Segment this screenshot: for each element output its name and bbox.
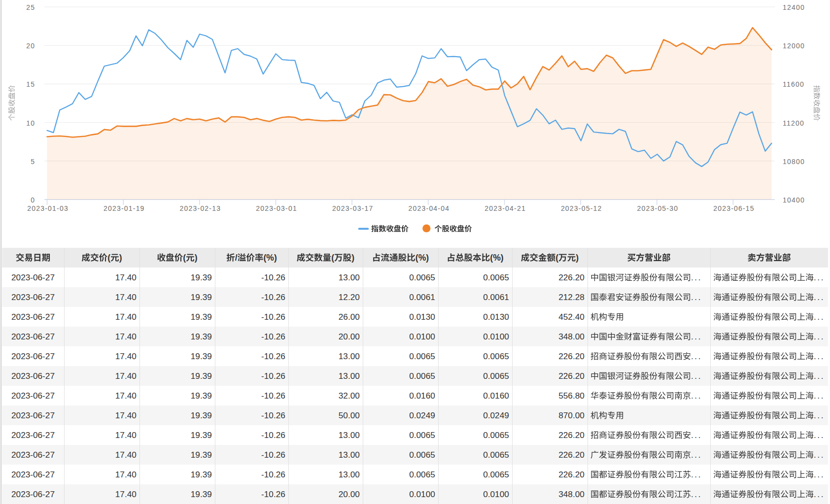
svg-text:12.20: 12.20 [339,292,360,302]
svg-text:19.39: 19.39 [191,489,212,499]
svg-text:2023-01-19: 2023-01-19 [104,204,145,212]
svg-text:...: ... [691,490,702,499]
svg-text:348.00: 348.00 [558,489,585,499]
svg-text:226.20: 226.20 [558,272,585,282]
svg-text:19.39: 19.39 [191,351,212,361]
svg-text:226.20: 226.20 [558,470,585,479]
svg-text:15: 15 [26,80,35,88]
svg-text:226.20: 226.20 [558,430,585,440]
svg-text:2023-03-01: 2023-03-01 [256,204,297,212]
svg-text:19.39: 19.39 [191,410,212,420]
svg-text:212.28: 212.28 [558,292,585,302]
svg-text:26.00: 26.00 [339,312,360,322]
svg-text:19.39: 19.39 [191,272,212,282]
svg-text:556.80: 556.80 [558,391,585,401]
svg-text:0.0065: 0.0065 [409,351,435,361]
svg-text:...: ... [814,332,825,341]
svg-text:2023-06-27: 2023-06-27 [11,391,55,401]
svg-text:-10.26: -10.26 [261,292,285,302]
svg-text:/: / [235,253,238,263]
svg-text:17.40: 17.40 [115,391,137,401]
svg-text:...: ... [814,411,825,420]
svg-text:2023-06-27: 2023-06-27 [11,351,55,361]
svg-text:17.40: 17.40 [115,470,137,479]
svg-text:2023-05-30: 2023-05-30 [637,204,679,212]
svg-text:17.40: 17.40 [115,332,137,341]
svg-text:...: ... [814,391,825,401]
svg-text:13.00: 13.00 [339,351,360,361]
svg-text:...: ... [814,470,825,479]
svg-text:0.0065: 0.0065 [409,450,435,460]
svg-text:17.40: 17.40 [115,430,137,440]
svg-text:19.39: 19.39 [191,332,212,341]
svg-text:-10.26: -10.26 [261,312,285,322]
svg-text:...: ... [814,450,825,460]
svg-text:2023-06-15: 2023-06-15 [713,204,755,212]
svg-text:-10.26: -10.26 [261,391,285,401]
svg-text:13.00: 13.00 [339,371,360,381]
svg-text:2023-06-27: 2023-06-27 [11,312,55,322]
svg-text:(: ( [555,253,558,263]
svg-text:17.40: 17.40 [115,489,137,499]
svg-text:452.40: 452.40 [558,312,585,322]
svg-text:17.40: 17.40 [115,371,137,381]
svg-text:2023-06-27: 2023-06-27 [11,489,55,499]
svg-text:13.00: 13.00 [339,272,360,282]
svg-text:0.0065: 0.0065 [483,351,509,361]
svg-text:...: ... [814,371,825,381]
svg-text:2023-04-04: 2023-04-04 [409,204,450,212]
svg-text:-10.26: -10.26 [261,470,285,479]
svg-text:10400: 10400 [783,196,805,204]
svg-text:2023-06-27: 2023-06-27 [11,430,55,440]
svg-text:2023-05-12: 2023-05-12 [561,204,602,212]
svg-text:17.40: 17.40 [115,351,137,361]
svg-text:2023-06-27: 2023-06-27 [11,332,55,341]
svg-text:870.00: 870.00 [558,410,585,420]
svg-text:2023-04-21: 2023-04-21 [484,204,526,212]
svg-text:2023-06-27: 2023-06-27 [11,470,55,479]
svg-text:...: ... [814,352,825,361]
svg-text:...: ... [814,312,825,322]
svg-text:0.0160: 0.0160 [483,391,509,401]
svg-text:): ) [119,253,122,263]
svg-text:348.00: 348.00 [558,332,585,341]
svg-text:19.39: 19.39 [191,391,212,401]
svg-text:(: ( [183,253,186,263]
svg-text:0.0061: 0.0061 [409,292,435,302]
svg-text:-10.26: -10.26 [261,430,285,440]
svg-text:19.39: 19.39 [191,450,212,460]
svg-text:0.0065: 0.0065 [483,430,509,440]
svg-text:...: ... [691,293,702,302]
svg-text:0: 0 [31,196,35,204]
svg-text:-10.26: -10.26 [261,332,285,341]
svg-text:(%): (%) [490,253,503,263]
svg-text:0.0065: 0.0065 [409,470,435,479]
svg-text:19.39: 19.39 [191,292,212,302]
svg-text:...: ... [691,371,702,381]
svg-text:2023-06-27: 2023-06-27 [11,371,55,381]
svg-text:...: ... [691,450,702,460]
svg-text:0.0130: 0.0130 [483,312,509,322]
svg-text:-10.26: -10.26 [261,489,285,499]
svg-text:32.00: 32.00 [339,391,360,401]
svg-text:2023-06-27: 2023-06-27 [11,410,55,420]
svg-text:0.0065: 0.0065 [409,371,435,381]
svg-text:0.0100: 0.0100 [409,489,435,499]
svg-text:5: 5 [31,158,35,166]
svg-text:0.0061: 0.0061 [483,292,509,302]
svg-text:11200: 11200 [783,119,804,127]
svg-text:0.0160: 0.0160 [409,391,435,401]
svg-text:13.00: 13.00 [339,450,360,460]
svg-text:0.0100: 0.0100 [483,489,509,499]
svg-text:-10.26: -10.26 [261,450,285,460]
svg-text:(%): (%) [415,253,429,263]
svg-text:...: ... [691,470,702,479]
svg-text:-10.26: -10.26 [261,272,285,282]
svg-text:2023-06-27: 2023-06-27 [11,292,55,302]
svg-text:...: ... [691,431,702,440]
svg-text:17.40: 17.40 [115,450,137,460]
svg-text:0.0065: 0.0065 [409,430,435,440]
svg-text:0.0065: 0.0065 [409,272,435,282]
svg-text:): ) [351,253,354,263]
svg-text:...: ... [814,490,825,499]
